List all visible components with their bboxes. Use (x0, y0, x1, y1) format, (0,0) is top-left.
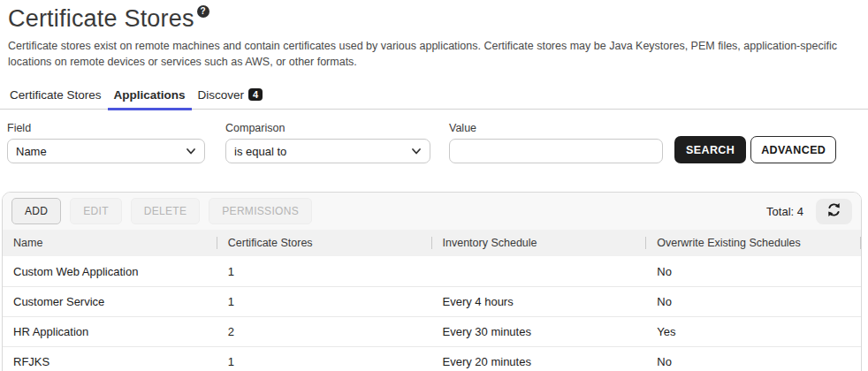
table-cell: 1 (217, 286, 432, 316)
refresh-icon (826, 201, 842, 221)
applications-table: NameCertificate StoresInventory Schedule… (3, 230, 861, 371)
search-filter-bar: Field Name Comparison is equal to Value … (0, 110, 868, 163)
delete-button: DELETE (131, 198, 200, 224)
total-count: Total: 4 (766, 205, 803, 218)
table-row[interactable]: Custom Web Application1No (3, 256, 861, 286)
column-header-inventory-schedule[interactable]: Inventory Schedule (432, 230, 647, 256)
column-header-name[interactable]: Name (3, 230, 217, 256)
edit-button: EDIT (70, 198, 122, 224)
table-cell (432, 256, 647, 286)
table-cell: 1 (217, 346, 432, 371)
advanced-button[interactable]: ADVANCED (750, 136, 836, 163)
tab-bar: Certificate StoresApplicationsDiscover4 (0, 85, 868, 110)
table-row[interactable]: HR Application2Every 30 minutesYes (3, 316, 861, 346)
chevron-down-icon (186, 146, 196, 156)
field-select-value: Name (16, 145, 47, 158)
permissions-button: PERMISSIONS (209, 198, 312, 224)
page-title-text: Certificate Stores (8, 5, 194, 32)
chevron-down-icon (411, 146, 422, 156)
comparison-label: Comparison (225, 122, 430, 134)
page-description: Certificate stores exist on remote machi… (8, 38, 858, 70)
tab-certificate-stores[interactable]: Certificate Stores (4, 85, 108, 110)
applications-grid-panel: ADDEDITDELETEPERMISSIONS Total: 4 NameCe… (2, 192, 862, 371)
table-row[interactable]: Customer Service1Every 4 hoursNo (3, 286, 861, 316)
value-label: Value (449, 122, 663, 134)
value-input[interactable] (449, 139, 663, 163)
table-header-row: NameCertificate StoresInventory Schedule… (3, 230, 861, 256)
comparison-select[interactable]: is equal to (225, 139, 430, 163)
table-cell: HR Application (3, 316, 217, 346)
help-icon[interactable]: ? (197, 5, 209, 18)
table-cell: Custom Web Application (3, 256, 217, 286)
table-cell: RFJKS (3, 346, 217, 371)
table-cell: 2 (217, 316, 432, 346)
table-cell: Every 20 minutes (432, 346, 647, 371)
table-cell: Yes (646, 316, 861, 346)
column-header-certificate-stores[interactable]: Certificate Stores (217, 230, 432, 256)
column-header-overwrite-existing-schedules[interactable]: Overwrite Existing Schedules (646, 230, 861, 256)
table-cell: No (646, 256, 861, 286)
field-select[interactable]: Name (7, 139, 205, 163)
table-cell: No (646, 286, 861, 316)
tab-applications[interactable]: Applications (108, 85, 192, 110)
search-button[interactable]: SEARCH (674, 136, 746, 163)
refresh-button[interactable] (816, 199, 852, 224)
page-title: Certificate Stores? (8, 5, 859, 33)
table-cell: Every 4 hours (432, 286, 647, 316)
add-button[interactable]: ADD (11, 198, 61, 224)
comparison-select-value: is equal to (234, 145, 286, 158)
grid-toolbar: ADDEDITDELETEPERMISSIONS Total: 4 (3, 193, 861, 230)
table-row[interactable]: RFJKS1Every 20 minutesNo (3, 346, 861, 371)
table-cell: Customer Service (3, 286, 217, 316)
tab-discover[interactable]: Discover4 (192, 85, 270, 110)
page-header: Certificate Stores? Certificate stores e… (0, 0, 868, 70)
tab-count-badge: 4 (248, 88, 263, 101)
table-cell: Every 30 minutes (432, 316, 647, 346)
table-cell: 1 (217, 256, 432, 286)
table-cell: No (646, 346, 861, 371)
field-label: Field (7, 122, 205, 134)
